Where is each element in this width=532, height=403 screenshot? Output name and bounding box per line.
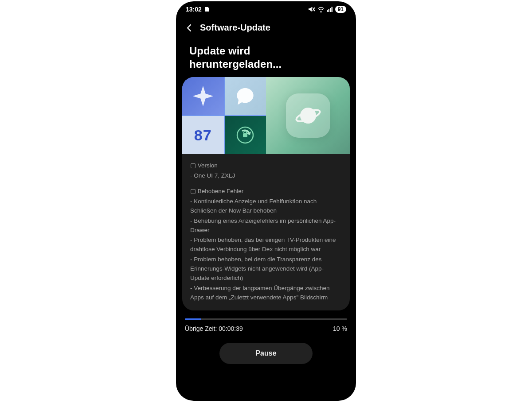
download-status-heading: Update wird heruntergeladen... — [176, 36, 356, 77]
battery-indicator: 91 — [335, 6, 346, 13]
page-title: Software-Update — [200, 23, 270, 33]
svg-rect-7 — [243, 133, 247, 137]
sync-tile — [225, 116, 266, 154]
planet-icon — [295, 102, 321, 129]
fix-item: - Behebung eines Anzeigefehlers im persö… — [190, 217, 342, 235]
update-card: 87 ▢ — [182, 77, 350, 310]
fix-item: - Problem behoben, das bei einigen TV-Pr… — [190, 236, 342, 254]
notification-icon — [204, 7, 210, 12]
progress-percent: 10 % — [333, 325, 347, 332]
pause-button[interactable]: Pause — [219, 343, 313, 364]
progress-fill — [185, 318, 201, 320]
back-icon[interactable] — [185, 23, 194, 32]
mute-icon — [308, 6, 315, 12]
release-notes[interactable]: ▢ Version - One UI 7, ZXLJ ▢ Behobene Fe… — [182, 154, 350, 310]
calendar-tile: 87 — [182, 116, 224, 154]
time-remaining: Übrige Zeit: 00:00:39 — [185, 325, 243, 332]
browser-app-icon — [286, 93, 330, 138]
svg-rect-4 — [330, 8, 331, 12]
sync-lock-icon — [235, 125, 255, 145]
banner-right — [266, 77, 350, 154]
svg-rect-3 — [328, 9, 329, 12]
fix-item: - Kontinuierliche Anzeige und Fehlfunkti… — [190, 197, 342, 216]
page-header: Software-Update — [176, 15, 356, 36]
version-header: ▢ Version — [190, 161, 342, 170]
wifi-icon — [317, 6, 325, 12]
signal-icon — [327, 7, 333, 12]
fix-item: - Problem behoben, bei dem die Transpare… — [190, 255, 342, 283]
status-bar: 13:02 91 — [176, 1, 356, 15]
progress-row: Übrige Zeit: 00:00:39 10 % — [176, 320, 356, 332]
update-banner: 87 — [182, 77, 350, 154]
progress-section — [176, 310, 356, 320]
fix-item: - Verbesserung der langsamen Übergänge z… — [190, 284, 342, 302]
star-tile — [182, 77, 224, 115]
svg-rect-2 — [327, 10, 328, 12]
progress-bar — [185, 318, 347, 320]
status-time: 13:02 — [186, 6, 202, 13]
fixes-header: ▢ Behobene Fehler — [190, 187, 342, 196]
version-line: - One UI 7, ZXLJ — [190, 171, 342, 181]
chat-tile — [225, 77, 266, 115]
calendar-number: 87 — [194, 127, 212, 144]
svg-rect-5 — [331, 7, 332, 12]
phone-frame: 13:02 91 Software-Update Update wird her… — [176, 1, 356, 401]
chat-bubble-icon — [233, 84, 258, 108]
sparkle-icon — [191, 84, 215, 108]
